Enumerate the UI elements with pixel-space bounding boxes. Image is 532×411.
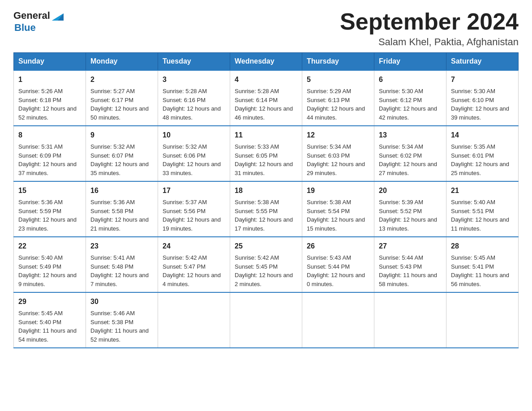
calendar-day-cell: 14 Sunrise: 5:35 AMSunset: 6:01 PMDaylig…	[446, 126, 519, 181]
day-number: 1	[18, 74, 81, 85]
calendar-week-row: 1 Sunrise: 5:26 AMSunset: 6:18 PMDayligh…	[14, 70, 519, 126]
day-number: 14	[451, 130, 514, 141]
weekday-header: Monday	[86, 53, 158, 71]
day-info: Sunrise: 5:26 AMSunset: 6:18 PMDaylight:…	[18, 88, 77, 121]
day-info: Sunrise: 5:40 AMSunset: 5:49 PMDaylight:…	[18, 254, 77, 287]
day-number: 3	[163, 74, 225, 85]
calendar-day-cell: 8 Sunrise: 5:31 AMSunset: 6:09 PMDayligh…	[14, 126, 86, 181]
calendar-day-cell: 7 Sunrise: 5:30 AMSunset: 6:10 PMDayligh…	[446, 70, 519, 126]
day-number: 17	[163, 185, 225, 196]
calendar-day-cell: 5 Sunrise: 5:29 AMSunset: 6:13 PMDayligh…	[302, 70, 374, 126]
day-number: 18	[235, 185, 297, 196]
day-info: Sunrise: 5:34 AMSunset: 6:03 PMDaylight:…	[307, 143, 365, 176]
day-number: 25	[235, 241, 297, 252]
logo-general-text: General	[13, 10, 50, 21]
calendar-day-cell: 21 Sunrise: 5:40 AMSunset: 5:51 PMDaylig…	[446, 181, 519, 237]
calendar-day-cell: 10 Sunrise: 5:32 AMSunset: 6:06 PMDaylig…	[158, 126, 230, 181]
day-number: 23	[90, 241, 153, 252]
weekday-header: Sunday	[14, 53, 86, 71]
day-number: 16	[90, 185, 153, 196]
day-info: Sunrise: 5:38 AMSunset: 5:54 PMDaylight:…	[307, 199, 365, 232]
logo-blue-text: Blue	[14, 22, 36, 33]
calendar-day-cell: 22 Sunrise: 5:40 AMSunset: 5:49 PMDaylig…	[14, 237, 86, 292]
calendar-day-cell: 13 Sunrise: 5:34 AMSunset: 6:02 PMDaylig…	[374, 126, 446, 181]
calendar-day-cell: 26 Sunrise: 5:43 AMSunset: 5:44 PMDaylig…	[302, 237, 374, 292]
day-info: Sunrise: 5:31 AMSunset: 6:09 PMDaylight:…	[18, 143, 77, 176]
calendar-day-cell: 2 Sunrise: 5:27 AMSunset: 6:17 PMDayligh…	[86, 70, 158, 126]
day-number: 15	[18, 185, 81, 196]
calendar-day-cell: 27 Sunrise: 5:44 AMSunset: 5:43 PMDaylig…	[374, 237, 446, 292]
day-info: Sunrise: 5:28 AMSunset: 6:16 PMDaylight:…	[163, 88, 221, 121]
calendar-table: SundayMondayTuesdayWednesdayThursdayFrid…	[13, 52, 519, 348]
calendar-day-cell: 6 Sunrise: 5:30 AMSunset: 6:12 PMDayligh…	[374, 70, 446, 126]
calendar-day-cell: 3 Sunrise: 5:28 AMSunset: 6:16 PMDayligh…	[158, 70, 230, 126]
day-info: Sunrise: 5:36 AMSunset: 5:58 PMDaylight:…	[90, 199, 149, 232]
weekday-header-row: SundayMondayTuesdayWednesdayThursdayFrid…	[14, 53, 519, 71]
day-number: 9	[90, 130, 153, 141]
calendar-day-cell: 18 Sunrise: 5:38 AMSunset: 5:55 PMDaylig…	[230, 181, 302, 237]
day-number: 10	[163, 130, 225, 141]
day-info: Sunrise: 5:42 AMSunset: 5:47 PMDaylight:…	[163, 254, 221, 287]
calendar-day-cell: 24 Sunrise: 5:42 AMSunset: 5:47 PMDaylig…	[158, 237, 230, 292]
day-number: 22	[18, 241, 81, 252]
day-info: Sunrise: 5:30 AMSunset: 6:10 PMDaylight:…	[451, 88, 509, 121]
calendar-day-cell: 20 Sunrise: 5:39 AMSunset: 5:52 PMDaylig…	[374, 181, 446, 237]
title-block: September 2024 Salam Khel, Paktia, Afgha…	[340, 9, 519, 48]
calendar-day-cell: 16 Sunrise: 5:36 AMSunset: 5:58 PMDaylig…	[86, 181, 158, 237]
day-number: 28	[451, 241, 514, 252]
day-info: Sunrise: 5:42 AMSunset: 5:45 PMDaylight:…	[235, 254, 293, 287]
calendar-day-cell	[374, 292, 446, 348]
calendar-day-cell	[230, 292, 302, 348]
day-info: Sunrise: 5:38 AMSunset: 5:55 PMDaylight:…	[235, 199, 293, 232]
day-number: 8	[18, 130, 81, 141]
day-info: Sunrise: 5:37 AMSunset: 5:56 PMDaylight:…	[163, 199, 221, 232]
day-info: Sunrise: 5:39 AMSunset: 5:52 PMDaylight:…	[379, 199, 437, 232]
day-number: 26	[307, 241, 369, 252]
day-info: Sunrise: 5:35 AMSunset: 6:01 PMDaylight:…	[451, 143, 509, 176]
day-info: Sunrise: 5:32 AMSunset: 6:07 PMDaylight:…	[90, 143, 149, 176]
day-info: Sunrise: 5:41 AMSunset: 5:48 PMDaylight:…	[90, 254, 149, 287]
day-number: 4	[235, 74, 297, 85]
calendar-day-cell	[158, 292, 230, 348]
day-number: 11	[235, 130, 297, 141]
day-info: Sunrise: 5:29 AMSunset: 6:13 PMDaylight:…	[307, 88, 365, 121]
day-info: Sunrise: 5:32 AMSunset: 6:06 PMDaylight:…	[163, 143, 221, 176]
day-number: 20	[379, 185, 442, 196]
calendar-day-cell: 1 Sunrise: 5:26 AMSunset: 6:18 PMDayligh…	[14, 70, 86, 126]
calendar-day-cell	[446, 292, 519, 348]
day-number: 30	[90, 296, 153, 307]
weekday-header: Tuesday	[158, 53, 230, 71]
calendar-day-cell: 4 Sunrise: 5:28 AMSunset: 6:14 PMDayligh…	[230, 70, 302, 126]
day-number: 19	[307, 185, 369, 196]
calendar-day-cell	[302, 292, 374, 348]
day-info: Sunrise: 5:33 AMSunset: 6:05 PMDaylight:…	[235, 143, 293, 176]
day-info: Sunrise: 5:28 AMSunset: 6:14 PMDaylight:…	[235, 88, 293, 121]
calendar-day-cell: 30 Sunrise: 5:46 AMSunset: 5:38 PMDaylig…	[86, 292, 158, 348]
day-info: Sunrise: 5:36 AMSunset: 5:59 PMDaylight:…	[18, 199, 77, 232]
day-info: Sunrise: 5:43 AMSunset: 5:44 PMDaylight:…	[307, 254, 365, 287]
calendar-day-cell: 15 Sunrise: 5:36 AMSunset: 5:59 PMDaylig…	[14, 181, 86, 237]
calendar-day-cell: 11 Sunrise: 5:33 AMSunset: 6:05 PMDaylig…	[230, 126, 302, 181]
calendar-day-cell: 12 Sunrise: 5:34 AMSunset: 6:03 PMDaylig…	[302, 126, 374, 181]
day-number: 6	[379, 74, 442, 85]
calendar-day-cell: 23 Sunrise: 5:41 AMSunset: 5:48 PMDaylig…	[86, 237, 158, 292]
calendar-week-row: 8 Sunrise: 5:31 AMSunset: 6:09 PMDayligh…	[14, 126, 519, 181]
calendar-day-cell: 25 Sunrise: 5:42 AMSunset: 5:45 PMDaylig…	[230, 237, 302, 292]
calendar-day-cell: 19 Sunrise: 5:38 AMSunset: 5:54 PMDaylig…	[302, 181, 374, 237]
weekday-header: Thursday	[302, 53, 374, 71]
day-info: Sunrise: 5:45 AMSunset: 5:40 PMDaylight:…	[18, 310, 77, 343]
day-number: 5	[307, 74, 369, 85]
calendar-day-cell: 17 Sunrise: 5:37 AMSunset: 5:56 PMDaylig…	[158, 181, 230, 237]
day-number: 27	[379, 241, 442, 252]
day-number: 12	[307, 130, 369, 141]
day-info: Sunrise: 5:30 AMSunset: 6:12 PMDaylight:…	[379, 88, 437, 121]
calendar-day-cell: 29 Sunrise: 5:45 AMSunset: 5:40 PMDaylig…	[14, 292, 86, 348]
day-number: 13	[379, 130, 442, 141]
logo-icon	[51, 9, 64, 22]
day-info: Sunrise: 5:45 AMSunset: 5:41 PMDaylight:…	[451, 254, 509, 287]
day-info: Sunrise: 5:27 AMSunset: 6:17 PMDaylight:…	[90, 88, 149, 121]
day-info: Sunrise: 5:46 AMSunset: 5:38 PMDaylight:…	[90, 310, 149, 343]
day-number: 21	[451, 185, 514, 196]
weekday-header: Saturday	[446, 53, 519, 71]
page-header: General Blue September 2024 Salam Khel, …	[13, 9, 519, 48]
